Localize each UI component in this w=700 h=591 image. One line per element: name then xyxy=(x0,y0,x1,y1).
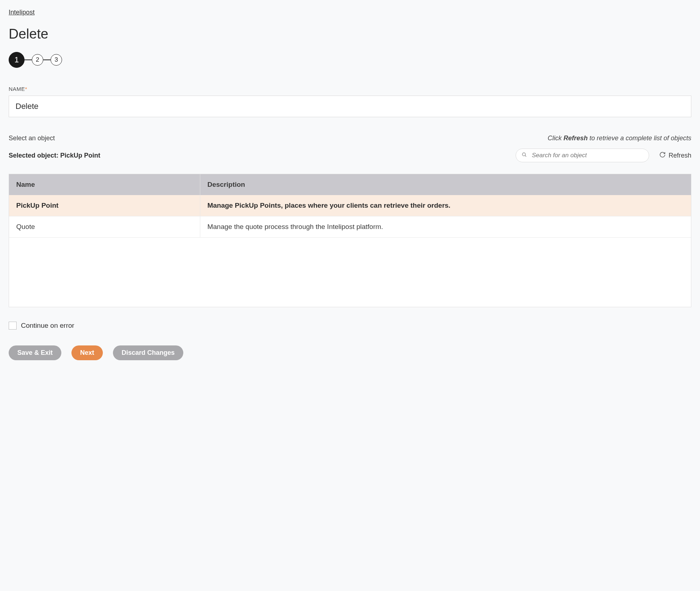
step-connector xyxy=(43,59,51,60)
page-title: Delete xyxy=(9,26,691,42)
step-2[interactable]: 2 xyxy=(32,54,43,66)
name-field-label: NAME* xyxy=(9,86,691,92)
selected-object-label: Selected object: PickUp Point xyxy=(9,152,508,159)
continue-on-error-label: Continue on error xyxy=(21,322,74,330)
object-table: Name Description PickUp PointManage Pick… xyxy=(9,174,691,307)
next-button[interactable]: Next xyxy=(71,345,103,360)
table-row[interactable]: PickUp PointManage PickUp Points, places… xyxy=(9,195,691,216)
select-object-label: Select an object xyxy=(9,134,55,142)
col-header-description[interactable]: Description xyxy=(200,174,691,195)
breadcrumb: Intelipost xyxy=(9,9,691,16)
cell-name: PickUp Point xyxy=(9,195,200,216)
refresh-button-label: Refresh xyxy=(669,152,691,159)
refresh-icon xyxy=(659,151,666,160)
search-icon xyxy=(521,152,527,159)
step-connector xyxy=(25,59,32,60)
continue-on-error-checkbox[interactable] xyxy=(9,322,17,330)
save-exit-button[interactable]: Save & Exit xyxy=(9,345,61,360)
cell-name: Quote xyxy=(9,216,200,238)
breadcrumb-link-intelipost[interactable]: Intelipost xyxy=(9,9,35,16)
search-input[interactable] xyxy=(516,149,649,162)
refresh-hint: Click Refresh to retrieve a complete lis… xyxy=(548,134,691,142)
stepper: 1 2 3 xyxy=(9,52,691,68)
col-header-name[interactable]: Name xyxy=(9,174,200,195)
name-input[interactable] xyxy=(9,96,691,117)
svg-point-0 xyxy=(522,153,526,156)
step-3[interactable]: 3 xyxy=(51,54,62,66)
svg-line-1 xyxy=(525,155,526,156)
cell-description: Manage PickUp Points, places where your … xyxy=(200,195,691,216)
required-star: * xyxy=(25,86,27,92)
step-1[interactable]: 1 xyxy=(9,52,25,68)
discard-changes-button[interactable]: Discard Changes xyxy=(113,345,183,360)
cell-description: Manage the quote process through the Int… xyxy=(200,216,691,238)
refresh-button[interactable]: Refresh xyxy=(656,150,691,161)
table-row[interactable]: QuoteManage the quote process through th… xyxy=(9,216,691,238)
